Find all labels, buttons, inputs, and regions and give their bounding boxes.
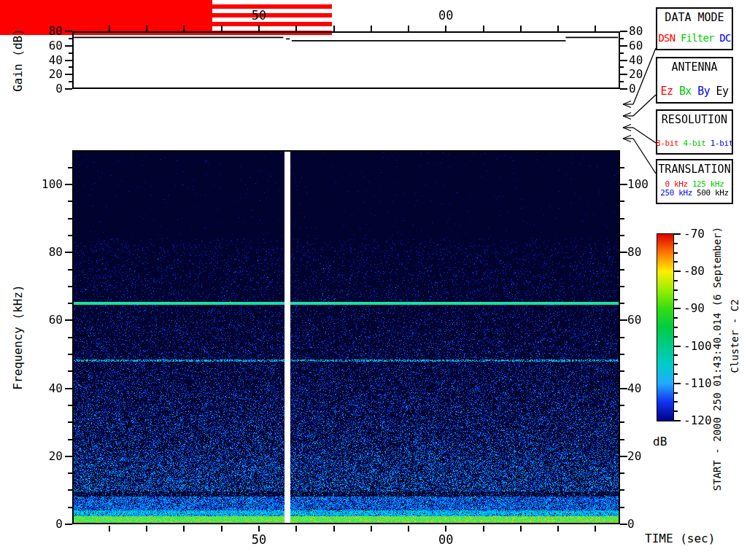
spectrogram-time-tick — [295, 526, 297, 532]
legend-item-resolution-1-bit: 1-bit — [711, 139, 733, 148]
spectrogram-time-tick — [221, 526, 222, 532]
frequency-right-tick-label: 20 — [627, 450, 659, 463]
bottom-time-tick-label: 50 — [244, 533, 274, 546]
connector-line-translation — [633, 139, 656, 174]
frequency-right-tick-label: 40 — [627, 382, 659, 395]
legend-box-title-resolution: RESOLUTION — [662, 114, 727, 125]
frequency-left-tick-label: 80 — [39, 246, 63, 259]
frequency-left-tick — [68, 354, 72, 355]
legend-item-translation-250-khz: 250 kHz — [660, 188, 692, 198]
colorbar-tick — [674, 233, 681, 235]
top-time-tick-label: 00 — [431, 9, 460, 22]
frequency-right-tick — [620, 167, 624, 168]
arrowhead-upper-translation — [623, 136, 631, 139]
colorbar-tick — [674, 392, 678, 394]
top-time-tick-label: 50 — [244, 9, 274, 22]
colorbar-unit-label: dB — [653, 435, 667, 448]
gain-top-time-tick — [183, 26, 185, 31]
legend-item-translation-0-khz: 0 kHz — [665, 179, 688, 189]
frequency-left-tick — [68, 269, 72, 271]
frequency-left-tick — [68, 405, 72, 406]
gain-right-tick-label: 0 — [629, 82, 658, 96]
spectrogram-time-tick — [557, 526, 559, 532]
legend-item-resolution-8-bit: 8-bit — [656, 139, 678, 148]
colorbar-tick-label: -80 — [684, 265, 719, 278]
frequency-left-tick-label: 20 — [39, 450, 63, 463]
frequency-left-tick — [68, 472, 72, 474]
gain-right-tick — [620, 31, 627, 32]
frequency-right-tick — [620, 354, 624, 355]
gain-top-time-tick — [483, 26, 484, 31]
frequency-left-tick — [68, 303, 72, 304]
frequency-left-tick — [65, 252, 72, 253]
gain-top-time-tick — [595, 26, 596, 31]
frequency-right-tick — [620, 319, 627, 321]
frequency-right-tick — [620, 388, 627, 389]
frequency-left-tick — [65, 388, 72, 389]
gain-left-tick — [69, 66, 72, 68]
frequency-left-tick — [68, 167, 72, 168]
start-time-annotation: START - 2000 250 01:43:40.014 (6 Septemb… — [711, 213, 724, 505]
spectrogram-canvas — [72, 150, 620, 524]
arrowhead-lower-resolution — [623, 128, 631, 131]
gain-top-time-tick — [295, 26, 297, 31]
legend-box-line-data-mode-0: DSN Filter DC — [658, 33, 730, 44]
frequency-left-tick — [68, 421, 72, 423]
frequency-left-tick — [68, 235, 72, 236]
legend-box-translation: TRANSLATION0 kHz 125 kHz250 kHz 500 kHz — [656, 159, 733, 204]
colorbar-tick — [674, 280, 678, 281]
colorbar-tick — [674, 383, 681, 384]
colorbar-tick — [674, 299, 678, 300]
arrowhead-upper-antenna — [623, 113, 631, 117]
frequency-left-tick — [68, 218, 72, 219]
colorbar-tick — [674, 327, 678, 328]
gain-left-tick-label: 80 — [39, 25, 63, 38]
spectrogram-time-tick — [258, 526, 260, 532]
frequency-left-tick — [65, 456, 72, 457]
colorbar-tick — [674, 420, 681, 421]
legend-box-items-translation: 0 kHz 125 kHz250 kHz 500 kHz — [660, 180, 728, 198]
colorbar-tick — [674, 401, 678, 402]
legend-box-line-antenna-0: Ez Bx By Ey — [661, 85, 729, 98]
arrowhead-lower-translation — [623, 139, 631, 142]
frequency-right-tick — [620, 303, 624, 304]
gain-left-tick-label: 40 — [39, 54, 63, 67]
frequency-left-tick-label: 0 — [39, 518, 63, 531]
frequency-left-tick — [65, 524, 72, 525]
gain-left-tick — [69, 52, 72, 54]
frequency-left-tick — [68, 370, 72, 372]
gain-left-tick — [69, 81, 72, 82]
gain-top-time-tick — [146, 26, 147, 31]
colorbar-tick — [674, 336, 678, 338]
legend-box-items-data-mode: DSN Filter DC — [658, 33, 730, 44]
frequency-right-tick-label: 80 — [627, 246, 659, 259]
frequency-right-tick — [620, 286, 624, 287]
colorbar-tick-label: -120 — [684, 414, 719, 427]
gain-top-time-tick — [408, 26, 409, 31]
legend-item-antenna-ey: Ey — [716, 85, 729, 98]
gain-left-tick-label: 20 — [39, 68, 63, 81]
gain-left-tick — [65, 60, 72, 61]
legend-box-antenna: ANTENNAEz Bx By Ey — [656, 57, 733, 104]
wbd-plot-page: Gain (dB) Frequency (kHz) TIME (sec) dB … — [0, 0, 747, 560]
gain-right-tick — [620, 74, 627, 75]
gain-right-tick — [620, 45, 627, 47]
gain-left-tick — [65, 31, 72, 32]
frequency-left-tick — [65, 184, 72, 185]
spectrogram-time-tick — [595, 526, 596, 532]
gain-left-tick — [69, 38, 72, 39]
frequency-right-tick — [620, 370, 624, 372]
gain-top-time-tick — [371, 26, 372, 31]
spectrogram-time-tick — [408, 526, 409, 532]
gain-right-tick — [620, 81, 624, 82]
frequency-right-tick — [620, 439, 624, 440]
gain-top-time-tick — [445, 26, 446, 31]
connector-line-resolution — [633, 128, 656, 143]
gain-top-time-tick — [109, 26, 110, 31]
frequency-right-tick — [620, 269, 624, 271]
colorbar-tick — [674, 308, 681, 309]
colorbar-tick — [674, 289, 678, 291]
frequency-right-tick — [620, 507, 624, 508]
legend-item-data-mode-filter: Filter — [681, 32, 714, 44]
colorbar-tick-label: -90 — [684, 302, 719, 315]
